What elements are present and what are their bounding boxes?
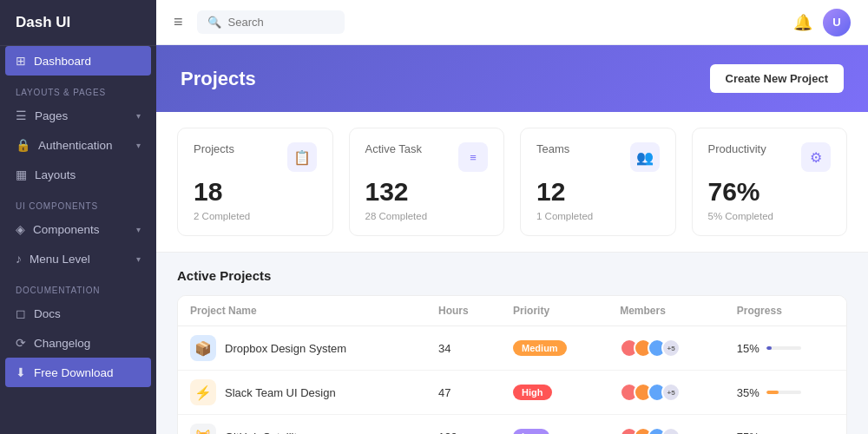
- project-progress: 35%: [725, 371, 846, 415]
- active-projects-section: Active Projects Project Name Hours Prior…: [156, 253, 868, 434]
- stat-value: 18: [194, 177, 317, 206]
- progress-bar: [766, 346, 801, 350]
- table-row: ⚡ Slack Team UI Design 47High+5 35%: [178, 371, 846, 415]
- sidebar-section-docs: DOCUMENTATION: [0, 273, 156, 299]
- stat-icon-projects: 📋: [287, 142, 317, 172]
- project-name: Dropbox Design System: [225, 342, 346, 355]
- bell-icon[interactable]: 🔔: [793, 13, 812, 32]
- sidebar-section-layouts: LAYOUTS & PAGES: [0, 76, 156, 101]
- member-count: +5: [661, 383, 681, 402]
- table-row: 📦 Dropbox Design System 34Medium+5 15%: [178, 326, 846, 371]
- sidebar-item-label: Layouts: [35, 168, 76, 181]
- page-title: Projects: [181, 68, 256, 90]
- stat-value: 12: [536, 177, 660, 206]
- stat-value: 132: [365, 177, 489, 206]
- stats-row: Projects 📋 18 2 Completed Active Task ≡ …: [156, 112, 868, 253]
- sidebar-item-label: Pages: [35, 109, 68, 122]
- stat-sub: 1 Completed: [536, 211, 660, 221]
- project-name-cell: 🐱 GitHub Satellite: [178, 415, 426, 435]
- hamburger-icon[interactable]: ≡: [174, 13, 183, 31]
- progress-value: 15%: [737, 342, 760, 355]
- project-icon: ⚡: [190, 379, 216, 405]
- project-priority: Medium: [501, 326, 608, 371]
- sidebar-item-label: Changelog: [34, 337, 90, 350]
- content-area: Projects Create New Project Projects 📋 1…: [156, 45, 868, 434]
- chevron-down-icon: ▾: [136, 254, 141, 264]
- sidebar-item-authentication[interactable]: 🔒 Authentication ▾: [0, 130, 156, 160]
- sidebar-item-label: Dashboard: [34, 55, 91, 68]
- stat-value: 76%: [708, 177, 832, 206]
- search-input[interactable]: [228, 16, 334, 29]
- project-name-cell: 📦 Dropbox Design System: [178, 326, 426, 371]
- progress-value: 35%: [737, 386, 760, 399]
- stat-label: Active Task: [365, 142, 423, 155]
- project-members: +5: [608, 415, 725, 435]
- sidebar-item-changelog[interactable]: ⟳ Changelog: [0, 328, 156, 358]
- search-box[interactable]: 🔍: [197, 10, 345, 34]
- table-header-row: Project Name Hours Priority Members Prog…: [178, 296, 846, 326]
- dashboard-icon: ⊞: [16, 54, 26, 68]
- chevron-down-icon: ▾: [136, 225, 141, 234]
- sidebar-section-ui: UI COMPONENTS: [0, 189, 156, 214]
- progress-fill: [766, 391, 779, 394]
- stat-sub: 28 Completed: [365, 211, 489, 221]
- project-name-cell: ⚡ Slack Team UI Design: [178, 371, 426, 415]
- header: ≡ 🔍 🔔 U: [156, 0, 868, 45]
- project-priority: Low: [501, 415, 608, 435]
- project-progress: 15%: [725, 326, 846, 371]
- avatar[interactable]: U: [823, 9, 851, 36]
- project-icon: 📦: [190, 335, 216, 361]
- sidebar-item-label: Authentication: [38, 139, 113, 152]
- col-hours: Hours: [426, 296, 501, 326]
- sidebar-item-label: Docs: [34, 307, 61, 320]
- chevron-down-icon: ▾: [136, 111, 141, 121]
- section-title: Active Projects: [177, 268, 847, 283]
- col-project-name: Project Name: [178, 296, 426, 326]
- project-progress: 75%: [725, 415, 846, 435]
- project-name: Slack Team UI Design: [225, 386, 336, 399]
- docs-icon: ◻: [16, 306, 26, 320]
- col-members: Members: [608, 296, 725, 326]
- project-hours: 120: [426, 415, 501, 435]
- sidebar-item-menu-level[interactable]: ♪ Menu Level ▾: [0, 244, 156, 273]
- sidebar-item-layouts[interactable]: ▦ Layouts: [0, 160, 156, 189]
- chevron-down-icon: ▾: [136, 141, 141, 150]
- stat-sub: 2 Completed: [194, 211, 317, 221]
- col-priority: Priority: [501, 296, 608, 326]
- components-icon: ◈: [16, 222, 25, 236]
- stat-card-projects: Projects 📋 18 2 Completed: [177, 128, 333, 236]
- stat-label: Teams: [536, 142, 569, 155]
- changelog-icon: ⟳: [16, 336, 26, 350]
- sidebar-item-pages[interactable]: ☰ Pages ▾: [0, 101, 156, 130]
- project-hours: 47: [426, 371, 501, 415]
- create-project-button[interactable]: Create New Project: [710, 64, 845, 93]
- priority-badge: Low: [513, 429, 549, 434]
- progress-value: 75%: [737, 431, 760, 435]
- col-progress: Progress: [725, 296, 846, 326]
- menu-icon: ♪: [16, 252, 22, 266]
- sidebar-item-dashboard[interactable]: ⊞ Dashboard: [5, 46, 151, 76]
- project-members: +5: [608, 326, 725, 371]
- stat-icon-active-task: ≡: [458, 142, 488, 172]
- sidebar-item-free-download[interactable]: ⬇ Free Download: [5, 358, 151, 387]
- stat-icon-productivity: ⚙: [801, 142, 831, 172]
- pages-icon: ☰: [16, 108, 27, 122]
- sidebar-item-docs[interactable]: ◻ Docs: [0, 299, 156, 328]
- priority-badge: High: [513, 385, 551, 400]
- progress-fill: [766, 346, 772, 350]
- lock-icon: 🔒: [16, 138, 30, 152]
- sidebar: Dash UI ⊞ Dashboard LAYOUTS & PAGES ☰ Pa…: [0, 0, 156, 434]
- sidebar-item-label: Components: [33, 223, 100, 236]
- project-priority: High: [501, 371, 608, 415]
- sidebar-item-components[interactable]: ◈ Components ▾: [0, 214, 156, 244]
- progress-bar: [766, 391, 801, 394]
- download-icon: ⬇: [16, 365, 26, 379]
- stat-card-teams: Teams 👥 12 1 Completed: [520, 128, 676, 236]
- stat-label: Projects: [194, 142, 234, 155]
- projects-table-wrap: Project Name Hours Priority Members Prog…: [177, 295, 847, 434]
- stat-card-active-task: Active Task ≡ 132 28 Completed: [349, 128, 505, 236]
- stat-icon-teams: 👥: [630, 142, 660, 172]
- priority-badge: Medium: [513, 340, 567, 356]
- stat-card-productivity: Productivity ⚙ 76% 5% Completed: [692, 128, 848, 236]
- stat-sub: 5% Completed: [708, 211, 832, 221]
